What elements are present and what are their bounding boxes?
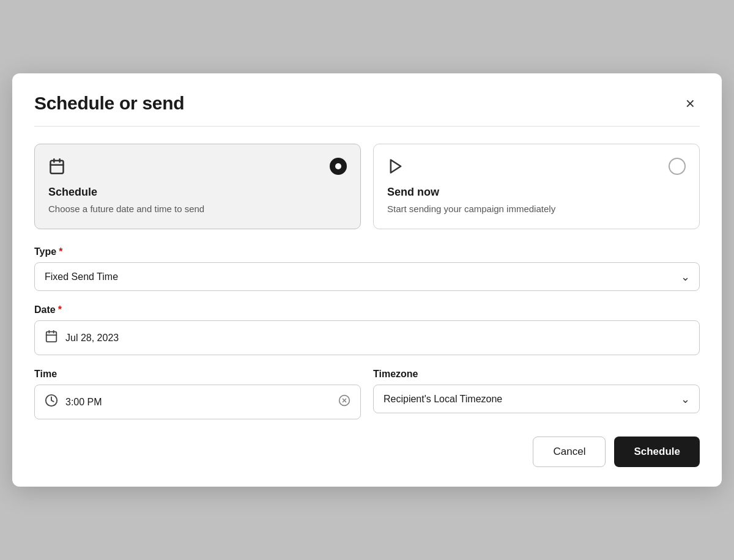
send-now-card-desc: Start sending your campaign immediately bbox=[387, 202, 686, 215]
schedule-card-label: Schedule bbox=[48, 186, 347, 199]
modal-overlay: Schedule or send × bbox=[0, 0, 734, 560]
modal-header: Schedule or send × bbox=[12, 73, 722, 126]
date-input[interactable]: Jul 28, 2023 bbox=[34, 320, 700, 355]
date-field: Date * Jul 28, 2023 bbox=[34, 304, 700, 355]
option-cards-row: Schedule Choose a future date and time t… bbox=[34, 144, 700, 229]
send-now-option-card[interactable]: Send now Start sending your campaign imm… bbox=[373, 144, 700, 229]
type-field: Type * Fixed Send Time Scheduled by Time… bbox=[34, 246, 700, 291]
send-icon bbox=[387, 158, 404, 177]
schedule-radio[interactable] bbox=[330, 158, 347, 175]
timezone-label: Timezone bbox=[373, 369, 700, 380]
time-input[interactable]: 3:00 PM bbox=[34, 385, 361, 419]
svg-marker-4 bbox=[391, 160, 401, 173]
svg-rect-5 bbox=[46, 332, 57, 342]
date-value: Jul 28, 2023 bbox=[65, 333, 119, 344]
timezone-field: Timezone Recipient's Local Timezone UTC … bbox=[373, 369, 700, 419]
schedule-option-card[interactable]: Schedule Choose a future date and time t… bbox=[34, 144, 361, 229]
time-timezone-row: Time 3:00 PM bbox=[34, 369, 700, 419]
modal-body: Schedule Choose a future date and time t… bbox=[12, 127, 722, 487]
date-calendar-icon bbox=[45, 330, 58, 346]
schedule-button[interactable]: Schedule bbox=[614, 437, 700, 467]
svg-rect-0 bbox=[51, 161, 64, 174]
timezone-select-wrapper: Recipient's Local Timezone UTC Eastern T… bbox=[373, 385, 700, 413]
clock-icon bbox=[45, 394, 58, 410]
type-label: Type * bbox=[34, 246, 700, 257]
type-required-star: * bbox=[59, 246, 62, 257]
close-button[interactable]: × bbox=[681, 93, 700, 114]
cancel-button[interactable]: Cancel bbox=[533, 437, 606, 467]
schedule-card-desc: Choose a future date and time to send bbox=[48, 202, 347, 215]
time-value: 3:00 PM bbox=[65, 397, 331, 408]
timezone-select[interactable]: Recipient's Local Timezone UTC Eastern T… bbox=[373, 385, 700, 413]
modal-title: Schedule or send bbox=[34, 93, 184, 114]
time-clear-icon[interactable] bbox=[338, 394, 350, 410]
send-now-card-top bbox=[387, 158, 686, 177]
date-label: Date * bbox=[34, 304, 700, 315]
send-now-card-label: Send now bbox=[387, 186, 686, 199]
send-now-radio[interactable] bbox=[669, 158, 686, 175]
calendar-icon bbox=[48, 158, 65, 177]
schedule-card-top bbox=[48, 158, 347, 177]
date-required-star: * bbox=[58, 304, 62, 315]
action-row: Cancel Schedule bbox=[34, 437, 700, 467]
type-select[interactable]: Fixed Send Time Scheduled by Timezone Op… bbox=[34, 262, 700, 291]
modal-dialog: Schedule or send × bbox=[12, 73, 722, 487]
time-label: Time bbox=[34, 369, 361, 380]
time-field: Time 3:00 PM bbox=[34, 369, 361, 419]
type-select-wrapper: Fixed Send Time Scheduled by Timezone Op… bbox=[34, 262, 700, 291]
